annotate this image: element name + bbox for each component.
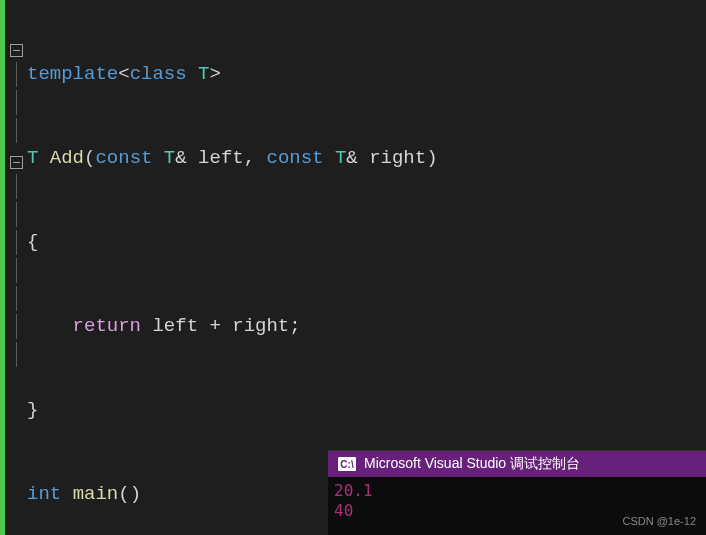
code-line: } xyxy=(27,396,706,424)
fold-gutter xyxy=(5,0,27,535)
console-icon: C:\ xyxy=(338,457,356,471)
code-line: T Add(const T& left, const T& right) xyxy=(27,144,706,172)
console-title-bar[interactable]: C:\ Microsoft Visual Studio 调试控制台 xyxy=(328,451,706,477)
keyword: template xyxy=(27,60,118,88)
code-line: { xyxy=(27,228,706,256)
code-line: return left + right; xyxy=(27,312,706,340)
watermark: CSDN @1e-12 xyxy=(622,511,696,531)
fold-toggle-icon[interactable] xyxy=(10,44,23,57)
console-title-text: Microsoft Visual Studio 调试控制台 xyxy=(364,455,580,473)
console-output[interactable]: 20.1 40 CSDN @1e-12 xyxy=(328,477,706,535)
code-line: template<class T> xyxy=(27,60,706,88)
debug-console: C:\ Microsoft Visual Studio 调试控制台 20.1 4… xyxy=(328,450,706,535)
console-line: 20.1 xyxy=(334,481,700,501)
fold-toggle-icon[interactable] xyxy=(10,156,23,169)
